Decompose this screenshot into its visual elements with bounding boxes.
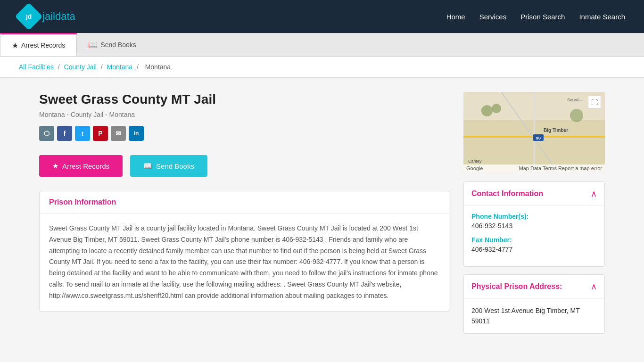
fax-value: 406-932-4777	[471, 246, 597, 253]
page-title: Sweet Grass County MT Jail	[39, 92, 449, 107]
breadcrumb-montana[interactable]: Montana	[107, 63, 132, 71]
svg-text:Sourd---: Sourd---	[567, 98, 583, 102]
logo-icon: jd	[15, 2, 42, 30]
breadcrumb-current: Montana	[145, 63, 171, 71]
star-btn-icon: ★	[52, 162, 58, 170]
linkedin-icon[interactable]: in	[129, 126, 144, 141]
nav-home[interactable]: Home	[446, 13, 465, 21]
address-heading: Physical Prison Address:	[471, 282, 562, 291]
phone-value: 406-932-5143	[471, 222, 597, 230]
page-subtitle: Montana - County Jail - Montana	[39, 111, 449, 118]
book-btn-icon: 📖	[143, 162, 152, 170]
address-card-header: Physical Prison Address: ∧	[464, 275, 604, 299]
phone-label: Phone Number(s):	[471, 213, 597, 220]
svg-point-10	[570, 109, 583, 122]
address-card: Physical Prison Address: ∧ 200 West 1st …	[463, 274, 605, 334]
book-icon: 📖	[88, 40, 98, 49]
breadcrumb-all-facilities[interactable]: All Facilities	[19, 63, 54, 71]
fax-label: Fax Number:	[471, 236, 597, 244]
prison-info-heading: Prison Information	[49, 198, 439, 206]
svg-text:Big Timber: Big Timber	[544, 128, 568, 133]
pinterest-icon[interactable]: P	[93, 126, 108, 141]
main-layout: Sweet Grass County MT Jail Montana - Cou…	[20, 78, 624, 348]
arrest-records-button[interactable]: ★ Arrest Records	[39, 155, 123, 177]
prison-info-header: Prison Information	[40, 191, 449, 214]
logo-area: jd jaildata	[19, 7, 75, 26]
tab-send-books[interactable]: 📖 Send Books	[77, 33, 148, 56]
address-value: 200 West 1st Avenue Big Timber, MT 59011	[471, 305, 597, 327]
nav-prison-search[interactable]: Prison Search	[520, 13, 565, 21]
breadcrumb: All Facilities / County Jail / Montana /…	[0, 57, 644, 78]
prison-info-card: Prison Information Sweet Grass County MT…	[39, 191, 449, 312]
collapse-address-icon[interactable]: ∧	[591, 281, 597, 292]
map-terms: Map Data Terms Report a map error	[519, 165, 602, 171]
nav-inmate-search[interactable]: Inmate Search	[579, 13, 625, 21]
site-header: jd jaildata Home Services Prison Search …	[0, 0, 644, 33]
facebook-icon[interactable]: f	[57, 126, 72, 141]
breadcrumb-county-jail[interactable]: County Jail	[64, 63, 97, 71]
sidebar: 90 Big Timber Sourd--- Cantey ⛶ Google M…	[463, 92, 605, 334]
svg-point-8	[481, 105, 493, 116]
content-area: Sweet Grass County MT Jail Montana - Cou…	[39, 92, 449, 334]
tab-arrest-records[interactable]: ★ Arrest Records	[0, 33, 77, 56]
nav-services[interactable]: Services	[479, 13, 507, 21]
address-body: 200 West 1st Avenue Big Timber, MT 59011	[464, 299, 604, 333]
map-container: 90 Big Timber Sourd--- Cantey ⛶ Google M…	[463, 92, 605, 172]
svg-text:90: 90	[536, 136, 541, 140]
logo-text: jaildata	[42, 10, 75, 23]
tab-bar: ★ Arrest Records 📖 Send Books	[0, 33, 644, 57]
google-logo: Google	[466, 165, 483, 171]
map-footer: Google Map Data Terms Report a map error	[463, 165, 605, 172]
send-books-button[interactable]: 📖 Send Books	[130, 155, 207, 177]
action-buttons: ★ Arrest Records 📖 Send Books	[39, 155, 449, 177]
collapse-contact-icon[interactable]: ∧	[591, 189, 597, 199]
share-icon[interactable]: ⬡	[39, 126, 54, 141]
svg-text:Cantey: Cantey	[468, 159, 482, 164]
twitter-icon[interactable]: t	[75, 126, 90, 141]
prison-info-body: Sweet Grass County MT Jail is a county j…	[40, 214, 449, 311]
map-placeholder: 90 Big Timber Sourd--- Cantey ⛶ Google M…	[463, 92, 605, 172]
contact-info-header: Contact Information ∧	[464, 182, 604, 206]
map-expand-button[interactable]: ⛶	[588, 96, 601, 109]
email-icon[interactable]: ✉	[111, 126, 126, 141]
svg-point-9	[492, 104, 501, 113]
main-nav: Home Services Prison Search Inmate Searc…	[446, 13, 625, 21]
contact-info-heading: Contact Information	[471, 189, 543, 198]
star-icon: ★	[12, 41, 18, 50]
social-icons: ⬡ f t P ✉ in	[39, 126, 449, 141]
contact-info-card: Contact Information ∧ Phone Number(s): 4…	[463, 181, 605, 267]
contact-info-body: Phone Number(s): 406-932-5143 Fax Number…	[464, 206, 604, 266]
